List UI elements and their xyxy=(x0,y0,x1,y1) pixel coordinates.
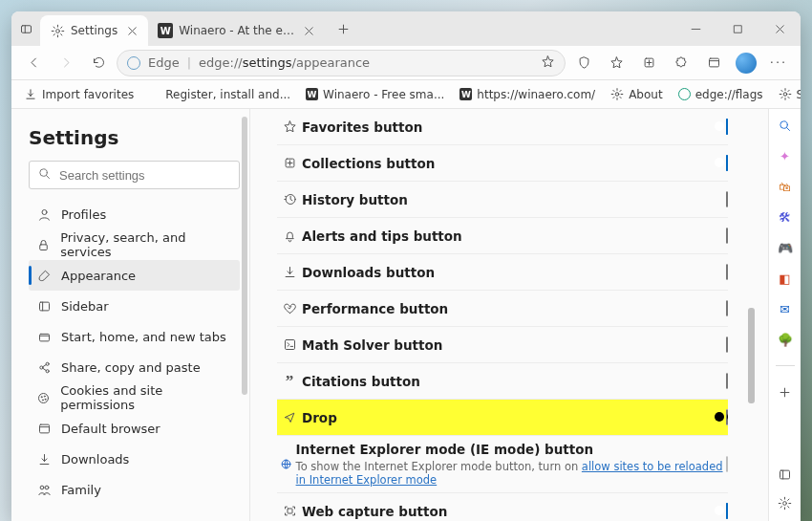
nav-default-browser[interactable]: Default browser xyxy=(29,413,240,444)
heart-icon xyxy=(277,301,302,315)
back-button[interactable] xyxy=(19,49,48,77)
collections-icon xyxy=(277,156,302,170)
option-performance-button: Performance button xyxy=(277,291,728,327)
star-icon xyxy=(277,119,302,134)
nav-edge-bar[interactable]: Edge bar xyxy=(29,505,240,511)
toggle[interactable] xyxy=(726,228,728,243)
scrollbar-thumb[interactable] xyxy=(748,308,755,403)
minimize-button[interactable] xyxy=(674,11,716,46)
nav-share-copy-and-paste[interactable]: Share, copy and paste xyxy=(29,352,240,382)
sidebar-discover-icon[interactable]: ✦ xyxy=(777,147,794,164)
toggle[interactable] xyxy=(726,265,728,279)
toggle[interactable] xyxy=(726,119,728,134)
toggle[interactable] xyxy=(726,192,728,206)
close-tab-button[interactable] xyxy=(300,22,317,39)
settings-search-input[interactable] xyxy=(59,168,231,183)
sidebar-add-button[interactable] xyxy=(777,383,794,401)
maximize-button[interactable] xyxy=(716,11,759,46)
sidebar-tools-icon[interactable]: 🛠 xyxy=(777,208,794,226)
option-drop: Drop xyxy=(277,400,728,436)
new-tab-button[interactable] xyxy=(329,14,357,43)
nav-appearance[interactable]: Appearance xyxy=(29,260,240,291)
import-icon xyxy=(24,88,37,101)
close-window-button[interactable] xyxy=(759,11,801,46)
fav-settings[interactable]: Settings xyxy=(774,83,801,106)
toggle[interactable] xyxy=(726,504,728,518)
edge-icon xyxy=(127,56,140,70)
fav-edge-flags[interactable]: edge://flags xyxy=(673,83,768,106)
drop-icon xyxy=(277,410,302,424)
toggle[interactable] xyxy=(726,410,728,424)
toggle[interactable] xyxy=(726,337,728,352)
sidebar-games-icon[interactable]: 🎮 xyxy=(777,239,794,256)
nav-label: Family xyxy=(61,483,101,497)
nav-label: Appearance xyxy=(61,269,136,283)
sidebar-outlook-icon[interactable]: ✉ xyxy=(777,300,794,317)
option-downloads-button: Downloads button xyxy=(277,254,728,291)
window-controls xyxy=(674,11,801,46)
tab-winaero[interactable]: W Winaero - At the edge of tweaki... xyxy=(148,15,325,46)
fav-about[interactable]: About xyxy=(606,83,667,106)
nav-label: Start, home, and new tabs xyxy=(61,330,226,344)
option-label: Web capture button xyxy=(302,504,447,519)
forward-button[interactable] xyxy=(52,49,80,77)
profile-button[interactable] xyxy=(732,49,760,77)
nav-sidebar[interactable]: Sidebar xyxy=(29,291,240,321)
fav-label: Import favorites xyxy=(42,88,134,101)
toggle[interactable] xyxy=(726,156,728,170)
w-icon: W xyxy=(459,88,472,100)
sidebar-hide-button[interactable] xyxy=(777,466,794,483)
more-menu-button[interactable]: ··· xyxy=(764,49,793,77)
main-scrollbar[interactable] xyxy=(748,117,755,513)
ie-mode-link[interactable]: allow sites to be reloaded in Internet E… xyxy=(296,460,723,487)
nav-privacy-search-and-services[interactable]: Privacy, search, and services xyxy=(29,229,240,260)
nav-cookies-and-site-permissions[interactable]: Cookies and site permissions xyxy=(29,382,240,413)
ms-icon xyxy=(149,89,160,100)
option-label: Drop xyxy=(302,410,337,425)
favorite-star-button[interactable] xyxy=(541,54,555,72)
fav-winaero-com[interactable]: Whttps://winaero.com/ xyxy=(455,83,600,106)
tab-actions-button[interactable] xyxy=(11,14,40,43)
appearance-icon xyxy=(36,268,52,283)
option-alerts-and-tips-button: Alerts and tips button xyxy=(277,218,728,254)
nav-profiles[interactable]: Profiles xyxy=(29,199,240,229)
address-bar[interactable]: Edge | edge://settings/appearance xyxy=(117,50,566,76)
option-label: Favorites button xyxy=(302,119,422,135)
browser-essentials-button[interactable] xyxy=(699,49,728,77)
sidebar-scrollbar[interactable] xyxy=(242,117,247,513)
nav-start-home-and-new-tabs[interactable]: Start, home, and new tabs xyxy=(29,321,240,352)
sidebar-drop-icon[interactable]: 🌳 xyxy=(777,331,794,348)
extensions-button[interactable] xyxy=(667,49,695,77)
toggle[interactable] xyxy=(726,301,728,315)
tabs-icon xyxy=(36,329,52,344)
tracking-prevention-button[interactable] xyxy=(569,49,598,77)
math-icon xyxy=(277,337,302,352)
favorites-button[interactable] xyxy=(602,49,630,77)
fav-winaero-free[interactable]: WWinaero - Free sma... xyxy=(301,83,449,106)
tab-settings[interactable]: Settings xyxy=(40,15,148,46)
scrollbar-thumb[interactable] xyxy=(242,117,247,395)
settings-search[interactable] xyxy=(29,161,240,189)
option-description: To show the Internet Explorer mode butto… xyxy=(296,460,726,487)
nav-downloads[interactable]: Downloads xyxy=(29,444,240,474)
fav-label: Settings xyxy=(797,88,801,101)
sidebar-settings-button[interactable] xyxy=(777,494,794,511)
sidebar-shopping-icon[interactable]: 🛍 xyxy=(777,178,794,195)
collections-button[interactable] xyxy=(634,49,663,77)
bell-icon xyxy=(277,228,302,243)
fav-register-install[interactable]: Register, install and... xyxy=(144,83,295,106)
close-tab-button[interactable] xyxy=(123,22,140,39)
sidebar-office-icon[interactable]: ◧ xyxy=(777,270,794,287)
browser-window: Settings W Winaero - At the edge of twea… xyxy=(11,11,801,521)
toggle[interactable] xyxy=(726,374,728,388)
quotes-icon: ” xyxy=(277,372,302,391)
url-path: /appearance xyxy=(292,55,371,70)
nav-family[interactable]: Family xyxy=(29,474,240,505)
fav-import-favorites[interactable]: Import favorites xyxy=(19,83,139,106)
refresh-button[interactable] xyxy=(84,49,113,77)
avatar xyxy=(736,53,757,74)
profile-icon xyxy=(36,206,52,222)
sidebar-search-icon[interactable] xyxy=(777,117,794,134)
settings-nav: ProfilesPrivacy, search, and servicesApp… xyxy=(29,199,240,511)
option-label: Performance button xyxy=(302,301,448,316)
